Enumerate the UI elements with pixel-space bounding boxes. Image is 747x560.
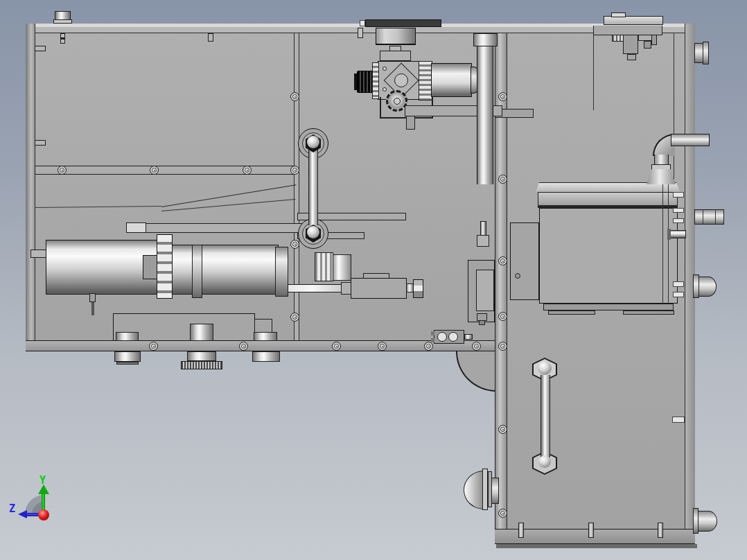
cylinder-hang-stem	[91, 302, 94, 315]
panel-screw[interactable]	[149, 342, 158, 351]
funnel-collar	[651, 164, 671, 170]
panel-screw[interactable]	[498, 92, 507, 101]
box-port-flange	[667, 229, 671, 240]
panel-screw[interactable]	[498, 175, 507, 184]
tie-rod-upper[interactable]	[308, 149, 318, 225]
foot-lower-middle[interactable]	[187, 351, 216, 361]
shelf-bar	[146, 223, 306, 233]
control-box[interactable]	[539, 208, 678, 304]
cylinder-stage-2[interactable]	[172, 245, 279, 295]
box-side-port	[669, 230, 686, 238]
clamp-flange[interactable]	[157, 234, 173, 299]
foot-lower[interactable]	[114, 351, 141, 362]
hanging-pin	[208, 33, 213, 42]
sensor-lens	[437, 332, 447, 342]
valve-bolt-dot	[383, 87, 387, 91]
connector-boss[interactable]	[698, 277, 717, 297]
feed-block[interactable]	[351, 278, 407, 299]
valve-port-circle	[394, 73, 408, 87]
panel-screw[interactable]	[472, 342, 481, 351]
gauge-cap[interactable]	[376, 28, 416, 45]
connector-tab	[673, 292, 684, 297]
ball-joint-bottom	[307, 226, 319, 238]
panel-screw[interactable]	[58, 166, 67, 175]
box-foot	[623, 310, 674, 315]
panel-screw[interactable]	[498, 256, 507, 265]
dome-stem	[491, 478, 499, 504]
panel-screw[interactable]	[290, 166, 299, 175]
foot-lower-right[interactable]	[252, 351, 280, 362]
connector-boss[interactable]	[698, 511, 717, 532]
connector-boss-ridged[interactable]	[694, 209, 724, 225]
connector-tab	[672, 417, 685, 423]
boss-ridge-line	[703, 209, 703, 225]
bracket-bolt-head	[477, 235, 489, 247]
panel-screw[interactable]	[239, 342, 248, 351]
panel-screw[interactable]	[150, 166, 159, 175]
sensor-lens	[448, 332, 458, 342]
slide-bracket-inner	[476, 270, 494, 311]
pipe-top-cap	[473, 33, 498, 46]
dome-flange	[482, 469, 488, 510]
valve-bolt-dot	[383, 67, 387, 71]
edge-tab	[360, 20, 365, 26]
box-bottom-lip	[543, 304, 674, 310]
origin-sphere	[38, 509, 49, 520]
ball-joint	[538, 361, 552, 375]
vertical-pipe[interactable]	[477, 46, 493, 184]
sensor-pin	[464, 334, 473, 340]
knurled-coupling[interactable]	[315, 252, 333, 281]
box-back-dot	[515, 273, 520, 279]
ribbed-collar-left	[372, 62, 379, 99]
connector-boss-ring	[703, 42, 709, 64]
panel-screw[interactable]	[290, 92, 299, 101]
drive-cylinder[interactable]	[46, 240, 159, 295]
panel-screw[interactable]	[332, 342, 341, 351]
end-flange	[275, 247, 288, 297]
panel-screw[interactable]	[498, 342, 507, 351]
connector-feet	[627, 54, 636, 60]
sensor-tab	[431, 331, 434, 335]
foot-upper-right	[254, 332, 277, 341]
knurled-wheel[interactable]	[181, 361, 222, 369]
box-back-plate	[510, 222, 539, 300]
base-pin	[588, 523, 594, 538]
air-canister[interactable]	[431, 63, 472, 97]
left-inner-tab	[35, 140, 46, 146]
regulator-mount-plate	[365, 19, 441, 27]
cad-viewport[interactable]: Y Z	[0, 0, 747, 560]
boss-ridge-line	[715, 209, 716, 225]
base-pin	[658, 523, 663, 538]
base-pin	[518, 523, 524, 538]
connector-pin	[651, 35, 657, 45]
shelf-end-block	[126, 222, 146, 233]
panel-screw[interactable]	[424, 342, 433, 351]
foot-base	[116, 362, 139, 365]
panel-screw[interactable]	[498, 509, 507, 518]
panel-screw[interactable]	[243, 166, 252, 175]
bottom-rail-vertical-section	[495, 529, 695, 544]
connector-tab	[673, 192, 684, 198]
panel-screw[interactable]	[498, 425, 507, 434]
box-side-line	[668, 184, 669, 310]
regulator-knob[interactable]	[357, 71, 374, 93]
bracket-support	[406, 116, 415, 130]
foot-upper-middle	[190, 324, 213, 341]
control-box-band	[538, 192, 678, 206]
bottom-bevel	[496, 544, 697, 548]
panel-screw[interactable]	[498, 312, 507, 321]
elbow-pipe-horizontal	[671, 134, 710, 146]
connector-tab	[673, 208, 684, 213]
top-right-tab	[611, 12, 626, 17]
top-cap-stem	[60, 33, 65, 44]
panel-screw[interactable]	[290, 313, 299, 322]
panel-screw[interactable]	[378, 342, 387, 351]
tie-rod-lower[interactable]	[541, 375, 550, 457]
y-axis-label: Y	[39, 475, 46, 486]
dome-knob[interactable]	[464, 471, 484, 509]
box-side-line	[662, 184, 663, 310]
left-inner-tab	[35, 46, 46, 51]
left-column	[26, 24, 35, 351]
connector-tab	[673, 218, 684, 223]
panel-screw[interactable]	[290, 240, 299, 249]
